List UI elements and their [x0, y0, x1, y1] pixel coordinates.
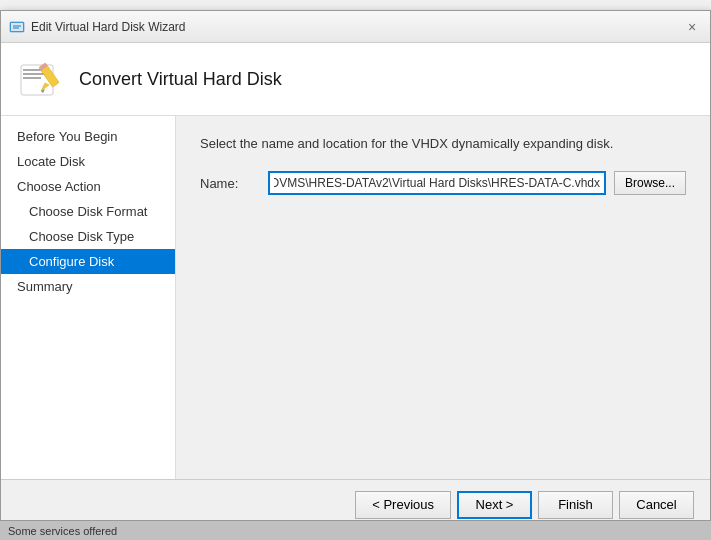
browse-button[interactable]: Browse... — [614, 171, 686, 195]
title-bar-left: Edit Virtual Hard Disk Wizard — [9, 19, 186, 35]
instruction-text: Select the name and location for the VHD… — [200, 136, 686, 151]
previous-button[interactable]: < Previous — [355, 491, 451, 519]
name-form-row: Name: Browse... — [200, 171, 686, 195]
sidebar-item-choose-disk-type[interactable]: Choose Disk Type — [1, 224, 175, 249]
svg-rect-1 — [11, 23, 23, 31]
svg-rect-7 — [23, 77, 41, 79]
name-label: Name: — [200, 176, 260, 191]
svg-rect-6 — [23, 73, 45, 75]
close-button[interactable]: × — [682, 17, 702, 37]
header-section: Convert Virtual Hard Disk — [1, 43, 710, 116]
title-bar: Edit Virtual Hard Disk Wizard × — [1, 11, 710, 43]
dialog: Edit Virtual Hard Disk Wizard × Convert … — [0, 10, 711, 530]
taskbar-hint: Some services offered — [0, 520, 711, 540]
next-button[interactable]: Next > — [457, 491, 532, 519]
content-area: Before You Begin Locate Disk Choose Acti… — [1, 116, 710, 479]
taskbar-text: Some services offered — [8, 525, 117, 537]
sidebar: Before You Begin Locate Disk Choose Acti… — [1, 116, 176, 479]
dialog-title: Edit Virtual Hard Disk Wizard — [31, 20, 186, 34]
sidebar-item-summary[interactable]: Summary — [1, 274, 175, 299]
sidebar-item-choose-action[interactable]: Choose Action — [1, 174, 175, 199]
header-pencil-icon — [17, 55, 65, 103]
finish-button[interactable]: Finish — [538, 491, 613, 519]
sidebar-item-choose-disk-format[interactable]: Choose Disk Format — [1, 199, 175, 224]
sidebar-item-locate-disk[interactable]: Locate Disk — [1, 149, 175, 174]
name-input[interactable] — [268, 171, 606, 195]
sidebar-item-configure-disk[interactable]: Configure Disk — [1, 249, 175, 274]
header-title: Convert Virtual Hard Disk — [79, 69, 282, 90]
cancel-button[interactable]: Cancel — [619, 491, 694, 519]
main-content: Select the name and location for the VHD… — [176, 116, 710, 479]
wizard-title-icon — [9, 19, 25, 35]
sidebar-item-before-you-begin[interactable]: Before You Begin — [1, 124, 175, 149]
